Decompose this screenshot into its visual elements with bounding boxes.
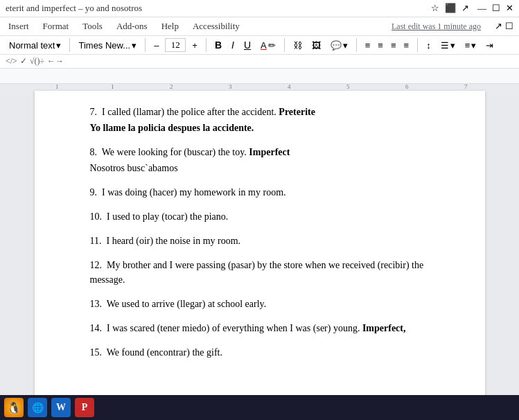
list-item: 9. I was doing (hacer) my homework in my… — [90, 185, 437, 200]
list-button[interactable]: ☰ ▾ — [437, 39, 459, 52]
separator — [145, 38, 146, 52]
indent-icon: ⇥ — [486, 40, 493, 51]
arrow-icon[interactable]: ↗ — [495, 21, 502, 32]
chevron-down-icon: ▾ — [56, 40, 61, 51]
line-text: 7. I called (llamar) the police after th… — [90, 107, 279, 117]
menu-addons[interactable]: Add-ons — [114, 19, 150, 34]
formula-item[interactable]: </> — [6, 56, 17, 67]
line-spacing-button[interactable]: ↕ — [423, 39, 434, 52]
formula-toolbar: </> ✓ √()÷ ←→ — [0, 55, 519, 69]
align-center-button[interactable]: ≡ — [374, 39, 387, 52]
line-text: 8. We were looking for (buscar) the toy. — [90, 147, 249, 157]
separator — [356, 38, 357, 52]
style-selector[interactable]: Normal text ▾ — [6, 39, 64, 52]
document-area[interactable]: 7. I called (llamar) the police after th… — [0, 84, 519, 414]
document-title: eterit and imperfect – yo and nosotros — [6, 3, 425, 14]
chevron-down-icon: ▾ — [471, 40, 476, 51]
image-button[interactable]: 🖼 — [308, 39, 324, 52]
toolbar: Normal text ▾ Times New... ▾ – 12 + B I … — [0, 36, 519, 55]
list-item: 12. My brother and I were passing (pasar… — [90, 258, 437, 287]
list-item: 14. I was scared (tener miedo) of everyt… — [90, 321, 437, 335]
underline-label: U — [244, 40, 251, 51]
chevron-down-icon: ▾ — [132, 40, 137, 51]
window-maximize[interactable]: ☐ — [492, 3, 500, 14]
taskbar-red-icon[interactable]: P — [75, 398, 94, 417]
window-icon[interactable]: ☐ — [505, 21, 513, 32]
taskbar: 🐧 🌐 W P — [0, 395, 519, 420]
bold-button[interactable]: B — [211, 38, 225, 52]
doc-icon[interactable]: ⬛ — [445, 3, 456, 14]
window-minimize[interactable]: — — [477, 3, 486, 14]
taskbar-word-icon[interactable]: W — [51, 398, 71, 417]
ruler-marker-3: 3 — [229, 83, 232, 90]
indent-button[interactable]: ⇥ — [482, 39, 497, 52]
sqrt-icon[interactable]: √()÷ — [30, 56, 44, 67]
label-text: Preterite — [279, 107, 315, 117]
font-size-input[interactable]: 12 — [165, 38, 186, 52]
comment-button[interactable]: 💬 ▾ — [327, 39, 351, 52]
check-icon[interactable]: ✓ — [20, 56, 27, 67]
ruler-marker-0: 1 — [55, 83, 59, 90]
line-text: 10. I used to play (tocar) the piano. — [90, 211, 229, 222]
minus-icon: – — [154, 40, 159, 51]
star-icon[interactable]: ☆ — [431, 3, 439, 14]
list-item: 15. We found (encontrar) the gift. — [90, 345, 437, 360]
separator — [206, 38, 206, 52]
decrease-font-button[interactable]: – — [150, 39, 162, 52]
line-spacing-icon: ↕ — [426, 40, 431, 51]
taskbar-linux-icon[interactable]: 🐧 — [4, 398, 24, 417]
ordered-list-icon: ≡ — [465, 40, 470, 51]
title-bar: eterit and imperfect – yo and nosotros ☆… — [0, 0, 519, 17]
menu-insert[interactable]: Insert — [6, 19, 32, 34]
share-icon[interactable]: ↗ — [461, 3, 469, 14]
menu-accessibility[interactable]: Accessibility — [190, 19, 243, 34]
underline-button[interactable]: U — [240, 38, 254, 52]
list-item: 8. We were looking for (buscar) the toy.… — [90, 145, 437, 159]
red-symbol: P — [82, 402, 88, 413]
font-selector[interactable]: Times New... ▾ — [75, 39, 140, 52]
list-item: 11. I heard (oir) the noise in my room. — [90, 234, 437, 248]
line-text: 9. I was doing (hacer) my homework in my… — [90, 187, 286, 198]
font-name-label: Times New... — [78, 40, 130, 51]
chevron-down-icon: ▾ — [450, 40, 455, 51]
list-item: 13. We used to arrive (llegar) at school… — [90, 297, 437, 311]
word-symbol: W — [56, 402, 66, 413]
ruler-marker-5: 5 — [346, 83, 350, 90]
font-color-label: A — [261, 40, 267, 51]
italic-label: I — [231, 40, 234, 51]
list-item: Yo llame la policia despues la accidente… — [90, 121, 437, 135]
align-justify-button[interactable]: ≡ — [401, 39, 413, 52]
link-button[interactable]: ⛓ — [290, 39, 306, 52]
font-color-button[interactable]: A ✏ — [257, 39, 279, 52]
list-item: 7. I called (llamar) the police after th… — [90, 105, 437, 119]
align-right-button[interactable]: ≡ — [387, 39, 400, 52]
ordered-list-button[interactable]: ≡ ▾ — [461, 39, 480, 52]
taskbar-browser-icon[interactable]: 🌐 — [28, 398, 47, 417]
style-label: Normal text — [9, 40, 55, 51]
italic-button[interactable]: I — [228, 38, 238, 52]
list-item: Nosotros busc`abamos — [90, 161, 437, 175]
menu-tools[interactable]: Tools — [80, 19, 105, 34]
line-text: 11. I heard (oir) the noise in my room. — [90, 236, 241, 246]
menu-help[interactable]: Help — [159, 19, 182, 34]
answer-text: Nosotros busc`abamos — [90, 163, 178, 173]
ruler-marker-6: 6 — [405, 83, 409, 90]
ruler-marker-4: 4 — [288, 83, 291, 90]
ruler: 1 1 2 3 4 5 6 7 — [0, 69, 519, 84]
link-icon: ⛓ — [293, 40, 302, 51]
answer-text: Yo llame la policia despues la accidente… — [90, 123, 254, 133]
linux-symbol: 🐧 — [7, 401, 21, 414]
alignment-group: ≡ ≡ ≡ ≡ — [362, 39, 412, 52]
bold-label: B — [215, 40, 222, 51]
list-icon: ☰ — [441, 40, 449, 51]
arrow-tools-icon[interactable]: ←→ — [47, 56, 64, 67]
menu-format[interactable]: Format — [40, 19, 72, 34]
document-page[interactable]: 7. I called (llamar) the police after th… — [35, 91, 485, 410]
window-close[interactable]: ✕ — [506, 3, 513, 14]
increase-font-button[interactable]: + — [188, 39, 201, 52]
line-text: 13. We used to arrive (llegar) at school… — [90, 299, 267, 309]
ruler-marker-7: 7 — [464, 83, 468, 90]
align-left-button[interactable]: ≡ — [362, 39, 374, 52]
color-icon: ✏ — [268, 40, 276, 51]
label-text: Imperfect, — [362, 323, 406, 333]
